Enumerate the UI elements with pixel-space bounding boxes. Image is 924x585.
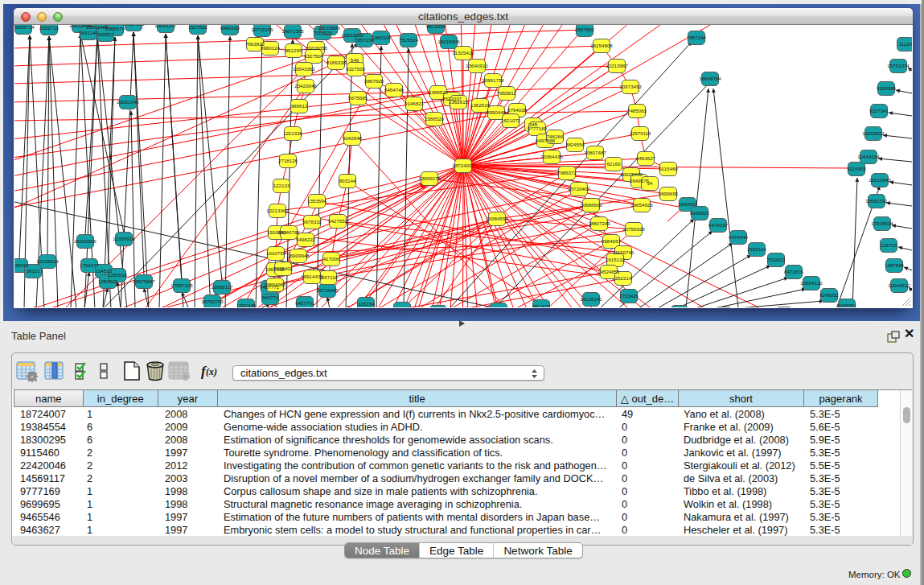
svg-text:8813054: 8813054 [426,25,446,29]
svg-text:1640953: 1640953 [678,201,698,207]
svg-text:2687682: 2687682 [575,27,595,32]
svg-text:17016534: 17016534 [871,220,893,226]
svg-text:10975887: 10975887 [133,278,155,284]
svg-text:12044512: 12044512 [888,282,910,288]
svg-text:8938923: 8938923 [690,210,710,216]
svg-text:17957225: 17957225 [170,282,193,288]
svg-text:16671355: 16671355 [281,28,304,34]
svg-text:803144: 803144 [339,178,356,183]
svg-text:9242848: 9242848 [343,135,363,141]
svg-text:9427552: 9427552 [328,218,348,224]
svg-text:546: 546 [351,57,359,63]
svg-text:1335061: 1335061 [14,262,30,268]
svg-text:2055713: 2055713 [39,25,60,31]
svg-text:2718126: 2718126 [278,158,298,163]
svg-text:9115460: 9115460 [659,166,678,171]
svg-text:16782759: 16782759 [201,299,224,304]
svg-text:417006: 417006 [323,256,340,262]
svg-text:15720407: 15720407 [568,186,590,192]
svg-text:1353594: 1353594 [307,198,327,204]
svg-text:12213362: 12213362 [266,208,289,213]
svg-text:5498222: 5498222 [296,237,316,242]
svg-text:19055714: 19055714 [14,25,35,30]
svg-text:1621072: 1621072 [501,117,521,123]
svg-text:1065326: 1065326 [372,35,392,40]
svg-text:16046788: 16046788 [277,229,300,235]
svg-text:9329966: 9329966 [877,85,897,91]
svg-text:19654923: 19654923 [630,202,653,208]
svg-text:7857244: 7857244 [687,35,707,40]
svg-text:891295: 891295 [285,47,302,53]
svg-text:7986372: 7986372 [557,170,577,175]
svg-text:6794028: 6794028 [507,107,528,113]
svg-text:7955812: 7955812 [497,90,517,96]
svg-text:5678332: 5678332 [302,219,322,225]
svg-text:6479197: 6479197 [708,222,729,228]
svg-text:9474444: 9474444 [729,234,749,240]
svg-text:16914479: 16914479 [301,274,323,279]
svg-text:9146821: 9146821 [405,101,425,106]
svg-text:23420046: 23420046 [294,83,317,89]
svg-text:1362615: 1362615 [449,99,469,105]
svg-text:128234: 128234 [358,301,375,307]
svg-text:122133: 122133 [273,183,290,188]
svg-text:861426: 861426 [533,303,550,307]
svg-text:20053346: 20053346 [117,99,139,105]
svg-text:10756928: 10756928 [622,226,645,232]
svg-text:7857234: 7857234 [355,37,375,43]
svg-text:1010755: 1010755 [266,250,286,256]
svg-text:12156823: 12156823 [36,258,59,264]
svg-text:9699695: 9699695 [659,191,679,196]
svg-text:1292346: 1292346 [236,303,257,307]
svg-text:10961758: 10961758 [482,77,504,83]
svg-text:3824554: 3824554 [565,142,585,147]
svg-text:9227341: 9227341 [869,108,889,113]
svg-text:26206506: 26206506 [74,238,97,244]
svg-text:20364436: 20364436 [540,154,563,159]
svg-text:13640910: 13640910 [466,63,488,68]
svg-text:15692391: 15692391 [865,198,888,204]
svg-text:1733426: 1733426 [619,293,639,299]
svg-text:8990448: 8990448 [487,109,507,115]
svg-text:7625402: 7625402 [273,266,294,271]
svg-text:7515526: 7515526 [313,30,333,35]
svg-text:989612: 989612 [291,103,308,109]
svg-text:11124: 11124 [899,41,912,47]
svg-text:11325419: 11325419 [452,50,474,56]
svg-text:10688609: 10688609 [580,202,602,208]
svg-text:18807249: 18807249 [588,220,610,226]
svg-text:9327504: 9327504 [304,53,324,59]
svg-text:14136141: 14136141 [580,296,602,302]
svg-text:11120746: 11120746 [613,249,634,255]
svg-text:9327505: 9327505 [346,66,366,72]
svg-text:746266: 746266 [547,134,564,139]
svg-text:16909948: 16909948 [287,253,310,258]
svg-text:10025438: 10025438 [620,171,643,177]
svg-text:7515524: 7515524 [399,37,419,43]
svg-text:190557: 190557 [97,31,114,37]
svg-text:12213967: 12213967 [606,63,628,68]
svg-text:15716485: 15716485 [316,287,339,293]
svg-text:14524851: 14524851 [598,269,620,274]
svg-text:19218906: 19218906 [437,39,460,44]
svg-text:16033809: 16033809 [318,25,340,31]
svg-text:9463627: 9463627 [636,155,656,161]
svg-text:9245052: 9245052 [819,292,840,298]
svg-text:8471876: 8471876 [784,269,804,274]
svg-text:116753: 116753 [881,242,897,248]
svg-text:12359914: 12359914 [113,236,135,241]
svg-text:19384554: 19384554 [486,216,508,221]
svg-text:16210643: 16210643 [869,177,891,183]
svg-text:10719155: 10719155 [251,27,273,32]
svg-text:7632621: 7632621 [766,257,786,262]
svg-text:19654985: 19654985 [264,282,286,287]
svg-text:19657103: 19657103 [122,25,145,27]
svg-text:12975115: 12975115 [629,130,651,136]
svg-text:1287696: 1287696 [885,262,905,268]
svg-text:12444194: 12444194 [857,154,880,159]
svg-text:15751074: 15751074 [887,63,910,68]
svg-text:12093822: 12093822 [862,130,885,136]
svg-text:18724007: 18724007 [452,163,474,168]
svg-text:10958117: 10958117 [211,284,233,290]
svg-text:9245051: 9245051 [837,303,857,307]
